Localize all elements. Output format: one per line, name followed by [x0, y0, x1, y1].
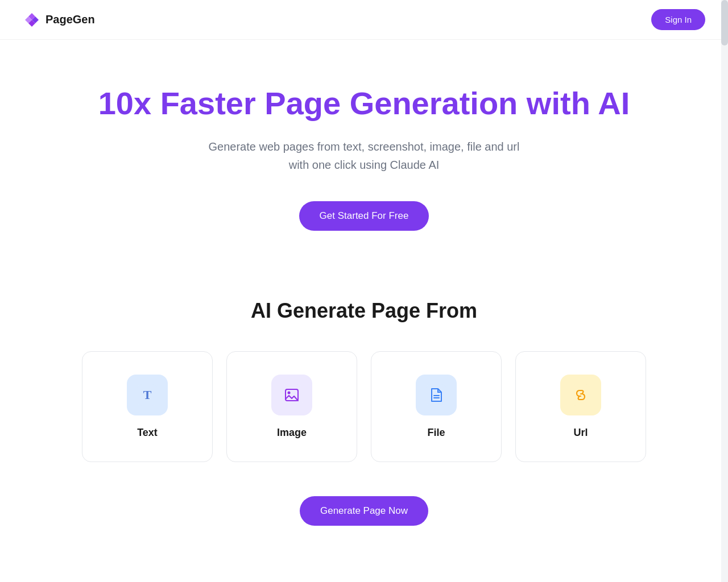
- text-card[interactable]: T Text: [82, 351, 213, 462]
- text-icon: T: [136, 384, 158, 406]
- image-card-label: Image: [277, 427, 307, 439]
- svg-rect-2: [281, 384, 303, 406]
- hero-subtitle: Generate web pages from text, screenshot…: [23, 138, 705, 174]
- sign-in-button[interactable]: Sign In: [651, 9, 705, 30]
- file-card[interactable]: File: [371, 351, 502, 462]
- svg-rect-8: [570, 384, 592, 406]
- image-icon-wrapper: [271, 375, 312, 415]
- hero-section: 10x Faster Page Generation with AI Gener…: [0, 40, 728, 265]
- hero-title: 10x Faster Page Generation with AI: [23, 85, 705, 122]
- svg-point-4: [288, 392, 291, 394]
- navbar: PageGen Sign In: [0, 0, 728, 40]
- image-icon: [281, 384, 303, 406]
- svg-text:T: T: [143, 388, 152, 402]
- logo: PageGen: [23, 11, 95, 29]
- url-icon-wrapper: [560, 375, 601, 415]
- features-title: AI Generate Page From: [23, 299, 705, 323]
- file-card-label: File: [427, 427, 445, 439]
- file-icon: [425, 384, 447, 406]
- logo-text: PageGen: [46, 13, 95, 26]
- url-card-label: Url: [573, 427, 588, 439]
- text-icon-wrapper: T: [127, 375, 168, 415]
- text-card-label: Text: [137, 427, 158, 439]
- hero-subtitle-line1: Generate web pages from text, screenshot…: [209, 140, 520, 153]
- image-card[interactable]: Image: [226, 351, 357, 462]
- scrollbar-track[interactable]: [721, 0, 728, 582]
- link-icon: [570, 384, 592, 406]
- file-icon-wrapper: [416, 375, 457, 415]
- features-section: AI Generate Page From T Text: [0, 265, 728, 560]
- generate-page-button[interactable]: Generate Page Now: [300, 496, 428, 526]
- hero-subtitle-line2: with one click using Claude AI: [289, 159, 440, 171]
- scrollbar-thumb[interactable]: [721, 0, 728, 45]
- logo-icon: [23, 11, 41, 29]
- get-started-button[interactable]: Get Started For Free: [299, 201, 429, 231]
- url-card[interactable]: Url: [515, 351, 646, 462]
- cards-container: T Text Image: [23, 351, 705, 462]
